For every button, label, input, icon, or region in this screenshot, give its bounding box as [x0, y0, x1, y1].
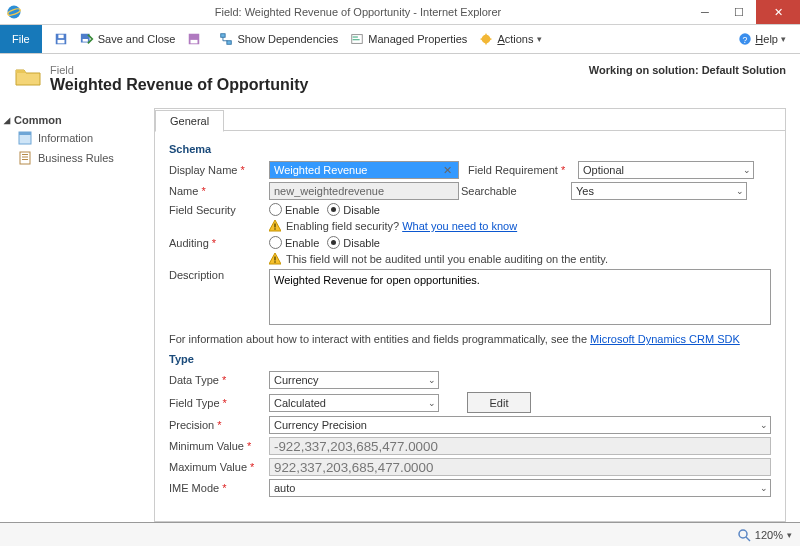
form-icon [18, 131, 32, 145]
svg-rect-25 [274, 257, 275, 261]
field-requirement-select[interactable]: Optional⌄ [578, 161, 754, 179]
chevron-down-icon: ▾ [537, 34, 542, 44]
svg-rect-13 [353, 39, 360, 40]
svg-text:?: ? [743, 35, 748, 45]
select-value: Yes [576, 185, 594, 197]
dependencies-icon [219, 32, 233, 46]
chevron-down-icon: ▾ [781, 34, 786, 44]
ime-mode-select[interactable]: auto⌄ [269, 479, 771, 497]
name-input[interactable] [269, 182, 459, 200]
managed-properties-button[interactable]: Managed Properties [344, 25, 473, 53]
entity-label: Field [50, 64, 308, 76]
actions-menu[interactable]: Actions ▾ [473, 25, 548, 53]
svg-rect-12 [353, 36, 358, 37]
label-data-type: Data Type [169, 374, 269, 386]
svg-line-28 [746, 537, 750, 541]
field-security-disable-radio[interactable]: Disable [327, 203, 380, 216]
precision-select[interactable]: Currency Precision⌄ [269, 416, 771, 434]
label-description: Description [169, 269, 269, 281]
svg-point-27 [739, 530, 747, 538]
solution-label: Working on solution: Default Solution [589, 64, 786, 76]
data-type-select[interactable]: Currency⌄ [269, 371, 439, 389]
max-value-input[interactable] [269, 458, 771, 476]
crm-sdk-link[interactable]: Microsoft Dynamics CRM SDK [590, 333, 740, 345]
page-header: Field Weighted Revenue of Opportunity Wo… [0, 54, 800, 108]
radio-label: Disable [343, 204, 380, 216]
description-input[interactable] [269, 269, 771, 325]
select-value: auto [274, 482, 295, 494]
managed-props-icon [350, 32, 364, 46]
magnifier-icon [738, 529, 751, 542]
help-button[interactable]: ? Help ▾ [732, 25, 792, 53]
auditing-enable-radio[interactable]: Enable [269, 236, 319, 249]
auditing-disable-radio[interactable]: Disable [327, 236, 380, 249]
actions-icon [479, 32, 493, 46]
chevron-down-icon: ⌄ [736, 186, 744, 196]
auditing-warning-text: This field will not be audited until you… [286, 253, 608, 265]
sidebar-item-label: Information [38, 132, 93, 144]
svg-rect-21 [22, 157, 28, 158]
svg-rect-26 [274, 261, 275, 262]
save-and-close-label: Save and Close [98, 33, 176, 45]
warning-text: Enabling field security? [286, 220, 402, 232]
window-close-button[interactable]: ✕ [756, 0, 800, 24]
field-security-enable-radio[interactable]: Enable [269, 203, 319, 216]
svg-rect-10 [227, 41, 231, 45]
window-minimize-button[interactable]: ─ [688, 0, 722, 24]
sdk-info-text: For information about how to interact wi… [169, 333, 771, 345]
managed-properties-label: Managed Properties [368, 33, 467, 45]
warning-icon [269, 220, 281, 232]
svg-rect-22 [22, 159, 28, 160]
window-maximize-button[interactable]: ☐ [722, 0, 756, 24]
chevron-down-icon: ⌄ [760, 420, 768, 430]
sidebar-item-label: Business Rules [38, 152, 114, 164]
edit-field-type-button[interactable]: Edit [467, 392, 531, 413]
save-button[interactable] [48, 25, 74, 53]
window-title: Field: Weighted Revenue of Opportunity -… [28, 6, 688, 18]
chevron-down-icon: ⌄ [760, 483, 768, 493]
chevron-down-icon: ⌄ [428, 375, 436, 385]
folder-icon [14, 64, 42, 88]
select-value: Currency [274, 374, 319, 386]
form-panel: General Schema Display Name ✕ Field Requ… [154, 108, 786, 522]
sidebar-group-label: Common [14, 114, 62, 126]
field-security-info-link[interactable]: What you need to know [402, 220, 517, 232]
svg-rect-6 [82, 39, 87, 42]
label-auditing: Auditing [169, 237, 269, 249]
zoom-value: 120% [755, 529, 783, 541]
sidebar-item-business-rules[interactable]: Business Rules [4, 148, 154, 168]
page-title: Weighted Revenue of Opportunity [50, 76, 308, 94]
tab-general[interactable]: General [155, 110, 224, 132]
select-value: Calculated [274, 397, 326, 409]
label-name: Name [169, 185, 269, 197]
clear-icon[interactable]: ✕ [443, 164, 452, 177]
warning-icon [269, 253, 281, 265]
label-field-security: Field Security [169, 204, 269, 216]
display-name-input[interactable] [269, 161, 459, 179]
select-value: Currency Precision [274, 419, 367, 431]
sidebar-item-information[interactable]: Information [4, 128, 154, 148]
status-bar: 120% ▾ [0, 522, 800, 546]
section-schema: Schema [169, 143, 771, 155]
svg-rect-9 [221, 34, 225, 38]
save-and-close-button[interactable]: Save and Close [74, 25, 182, 53]
saveas-button[interactable] [181, 25, 207, 53]
svg-rect-4 [58, 35, 63, 39]
svg-rect-24 [274, 228, 275, 229]
label-field-requirement: Field Requirement [468, 164, 578, 176]
file-menu[interactable]: File [0, 25, 42, 53]
actions-label: ctions [505, 33, 534, 45]
saveas-icon [187, 32, 201, 46]
field-type-select[interactable]: Calculated⌄ [269, 394, 439, 412]
min-value-input[interactable] [269, 437, 771, 455]
svg-rect-19 [20, 152, 30, 164]
show-dependencies-button[interactable]: Show Dependencies [213, 25, 344, 53]
sidebar: ◢ Common Information Business Rules [0, 108, 154, 522]
zoom-control[interactable]: 120% ▾ [738, 529, 792, 542]
sidebar-group-common[interactable]: ◢ Common [4, 112, 154, 128]
info-text: For information about how to interact wi… [169, 333, 590, 345]
select-value: Optional [583, 164, 624, 176]
rules-icon [18, 151, 32, 165]
searchable-select[interactable]: Yes⌄ [571, 182, 747, 200]
label-field-type: Field Type [169, 397, 269, 409]
